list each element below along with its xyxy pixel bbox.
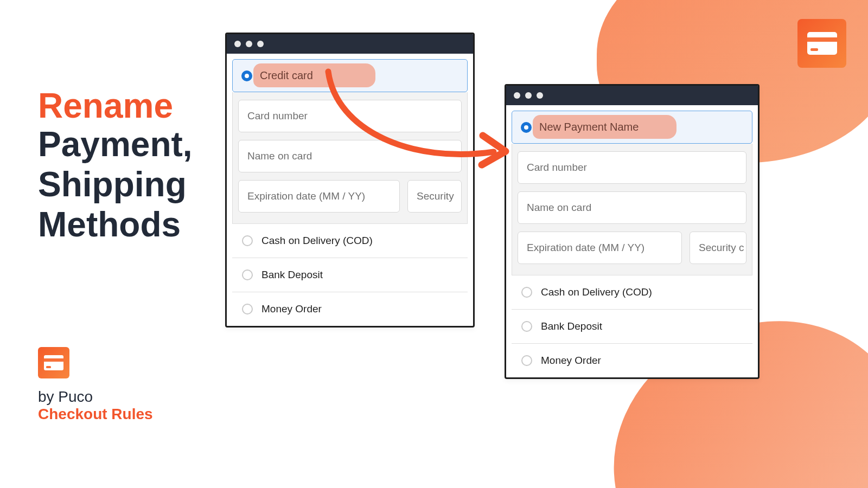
- headline-accent: Rename: [38, 87, 193, 125]
- window-control-dot[interactable]: [234, 41, 241, 47]
- window-control-dot[interactable]: [257, 41, 264, 47]
- svg-rect-4: [44, 358, 63, 362]
- window-control-dot[interactable]: [525, 92, 532, 99]
- payment-method-label: Bank Deposit: [541, 320, 602, 332]
- payment-method-selected[interactable]: New Payment Name: [512, 111, 752, 144]
- credit-card-icon: [797, 19, 846, 68]
- brand-byline: by Puco: [38, 388, 153, 406]
- headline-line-2: Payment,: [38, 125, 193, 165]
- brand-product: Checkout Rules: [38, 406, 153, 423]
- payment-method-label: Bank Deposit: [261, 269, 323, 281]
- card-number-input[interactable]: Card number: [238, 100, 462, 132]
- radio-unselected-icon[interactable]: [521, 287, 532, 298]
- security-code-input[interactable]: Security: [407, 180, 462, 213]
- svg-rect-5: [46, 366, 51, 368]
- radio-selected-icon[interactable]: [521, 122, 532, 133]
- brand-block: by Puco Checkout Rules: [38, 347, 153, 423]
- expiration-input[interactable]: Expiration date (MM / YY): [518, 232, 682, 264]
- svg-rect-0: [807, 32, 837, 55]
- name-on-card-input[interactable]: Name on card: [518, 191, 746, 224]
- radio-unselected-icon[interactable]: [242, 269, 253, 280]
- payment-method-option[interactable]: Money Order: [512, 343, 752, 377]
- payment-method-label: Cash on Delivery (COD): [261, 235, 373, 247]
- window-titlebar: [227, 34, 473, 54]
- svg-rect-1: [807, 37, 837, 42]
- brand-icon: [38, 347, 69, 378]
- checkout-window-before: Credit card Card number Name on card Exp…: [225, 33, 475, 328]
- radio-unselected-icon[interactable]: [521, 355, 532, 366]
- headline-line-3: Shipping: [38, 165, 193, 205]
- payment-method-label: Money Order: [261, 303, 322, 315]
- payment-method-label: Cash on Delivery (COD): [541, 286, 652, 298]
- payment-method-option[interactable]: Cash on Delivery (COD): [232, 223, 468, 258]
- payment-method-selected[interactable]: Credit card: [232, 59, 468, 92]
- window-control-dot[interactable]: [246, 41, 252, 47]
- svg-rect-2: [810, 48, 818, 51]
- payment-method-option[interactable]: Cash on Delivery (COD): [512, 275, 752, 309]
- payment-method-label: Money Order: [541, 355, 601, 367]
- headline: Rename Payment, Shipping Methods: [38, 87, 193, 245]
- payment-method-label: Credit card: [260, 69, 313, 82]
- security-code-input[interactable]: Security c: [690, 232, 746, 264]
- expiration-input[interactable]: Expiration date (MM / YY): [238, 180, 400, 213]
- payment-method-option[interactable]: Bank Deposit: [512, 309, 752, 343]
- radio-unselected-icon[interactable]: [521, 321, 532, 332]
- payment-method-label: New Payment Name: [539, 121, 639, 133]
- card-details-panel: Card number Name on card Expiration date…: [232, 92, 468, 223]
- card-details-panel: Card number Name on card Expiration date…: [512, 144, 752, 275]
- name-on-card-input[interactable]: Name on card: [238, 140, 462, 172]
- radio-unselected-icon[interactable]: [242, 304, 253, 314]
- window-titlebar: [506, 86, 758, 105]
- radio-unselected-icon[interactable]: [242, 235, 253, 246]
- window-control-dot[interactable]: [514, 92, 520, 99]
- payment-method-option[interactable]: Bank Deposit: [232, 258, 468, 292]
- payment-method-option[interactable]: Money Order: [232, 292, 468, 326]
- window-control-dot[interactable]: [537, 92, 543, 99]
- radio-selected-icon[interactable]: [241, 70, 252, 81]
- card-number-input[interactable]: Card number: [518, 151, 746, 184]
- headline-line-4: Methods: [38, 205, 193, 245]
- checkout-window-after: New Payment Name Card number Name on car…: [505, 84, 760, 379]
